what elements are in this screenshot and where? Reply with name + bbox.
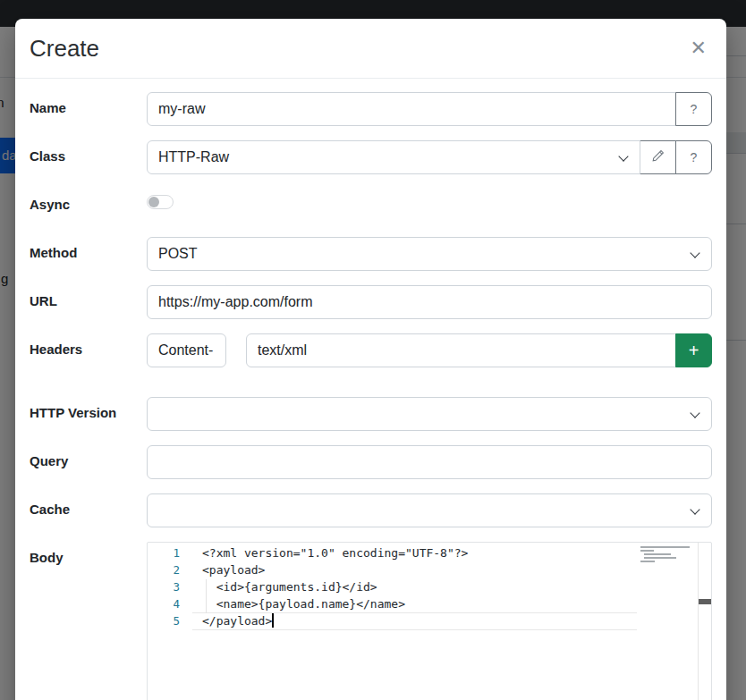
code-line: <name>{payload.name}</name>	[192, 595, 637, 612]
async-row: Async	[30, 189, 712, 223]
header-name-input[interactable]	[147, 333, 226, 367]
name-label: Name	[30, 92, 147, 126]
class-row: Class HTTP-Raw ?	[30, 140, 712, 174]
body-code-editor[interactable]: 1 2 3 4 5 <?xml version="1.0" encoding="…	[147, 542, 712, 700]
method-select[interactable]: POST	[147, 237, 712, 271]
query-label: Query	[30, 445, 147, 479]
editor-scrollbar-marker	[699, 599, 711, 604]
cache-select[interactable]	[147, 493, 712, 527]
class-select[interactable]: HTTP-Raw	[147, 140, 640, 174]
code-line-text: </payload>	[202, 614, 272, 628]
chevron-down-icon	[690, 504, 699, 514]
create-dialog: Create ✕ Name ? Class HTTP-Raw	[15, 19, 726, 700]
header-value-input[interactable]	[246, 333, 676, 367]
url-input[interactable]	[147, 285, 712, 319]
toggle-knob-icon	[148, 197, 159, 207]
chevron-down-icon	[618, 151, 628, 161]
editor-minimap[interactable]	[637, 543, 698, 700]
class-label: Class	[30, 140, 147, 174]
body-label: Body	[30, 542, 147, 700]
http-version-label: HTTP Version	[30, 397, 147, 431]
dialog-body: Name ? Class HTTP-Raw	[15, 79, 726, 700]
code-line: <?xml version="1.0" encoding="UTF-8"?>	[192, 544, 637, 561]
cache-label: Cache	[30, 493, 147, 527]
editor-scrollbar[interactable]	[698, 543, 711, 700]
query-row: Query	[30, 445, 712, 479]
url-row: URL	[30, 285, 712, 319]
code-line: <id>{arguments.id}</id>	[192, 578, 637, 595]
chevron-down-icon	[690, 408, 699, 417]
class-help-button[interactable]: ?	[675, 140, 712, 174]
method-label: Method	[30, 237, 147, 271]
url-label: URL	[30, 285, 147, 319]
plus-icon: +	[689, 342, 699, 359]
async-toggle[interactable]	[147, 195, 174, 209]
name-row: Name ?	[30, 92, 712, 126]
cache-row: Cache	[30, 493, 712, 527]
dialog-header: Create ✕	[15, 19, 726, 79]
close-icon[interactable]: ✕	[687, 37, 710, 60]
name-input[interactable]	[147, 92, 676, 126]
class-select-value: HTTP-Raw	[158, 149, 229, 164]
editor-line-numbers: 1 2 3 4 5	[148, 543, 192, 700]
body-row: Body 1 2 3 4 5 <?xml version="1.0" encod…	[30, 542, 712, 700]
code-line: <payload>	[192, 561, 637, 578]
chevron-down-icon	[690, 248, 699, 257]
headers-label: Headers	[30, 333, 147, 367]
name-help-button[interactable]: ?	[675, 92, 712, 126]
pencil-icon	[651, 149, 665, 165]
query-input[interactable]	[147, 445, 712, 479]
code-line: </payload>	[192, 612, 637, 629]
editor-code-area[interactable]: <?xml version="1.0" encoding="UTF-8"?> <…	[192, 543, 637, 700]
method-select-value: POST	[158, 246, 198, 261]
http-version-select[interactable]	[147, 397, 712, 431]
headers-row: Headers +	[30, 333, 712, 367]
http-version-row: HTTP Version	[30, 397, 712, 431]
text-cursor	[272, 613, 274, 628]
async-label: Async	[30, 189, 147, 223]
class-edit-button[interactable]	[640, 140, 676, 174]
method-row: Method POST	[30, 237, 712, 271]
add-header-button[interactable]: +	[675, 333, 712, 367]
dialog-title: Create	[30, 35, 99, 63]
